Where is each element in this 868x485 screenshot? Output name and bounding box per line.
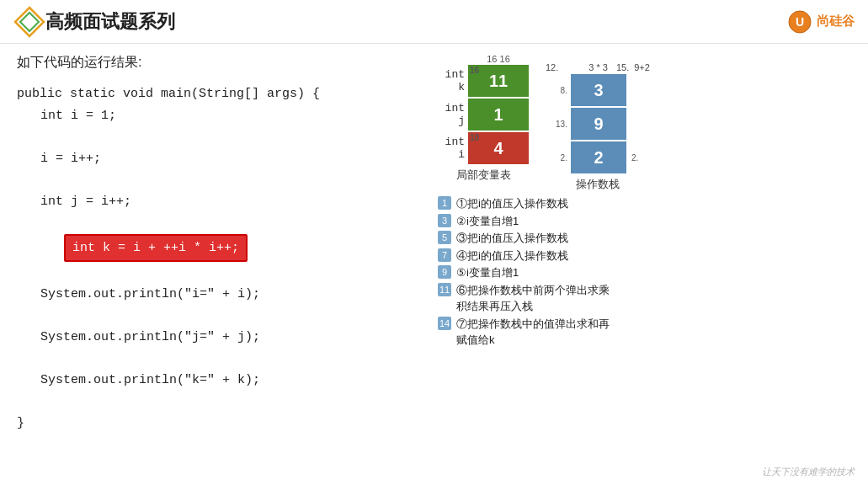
- code-line-blank1: [17, 126, 421, 148]
- code-line-6: System.out.println("i=" + i);: [17, 284, 421, 306]
- step-3: 5 ③把i的值压入操作数栈: [438, 230, 851, 247]
- diamond-logo: [13, 6, 45, 38]
- code-line-8: System.out.println("k=" + k);: [17, 370, 421, 392]
- var-table-wrapper: 16 16 int k 16 11 int j: [438, 54, 529, 183]
- var-idx-k: 16: [470, 66, 479, 75]
- step-num-3: 5: [438, 231, 451, 244]
- var-table-label: 局部变量表: [456, 168, 511, 183]
- stack-top-labels: 12. 3 * 3 15. 9+2: [546, 62, 650, 72]
- code-line-blank2: [17, 169, 421, 191]
- var-row-j: int j 1: [438, 99, 529, 131]
- code-line-9: }: [17, 413, 421, 434]
- var-box-k: 16 11: [468, 65, 529, 97]
- stack-row-2: 2. 2 2.: [549, 141, 647, 173]
- brand-area: U 尚硅谷: [788, 10, 855, 34]
- code-line-7: System.out.println("j=" + j);: [17, 327, 421, 349]
- stack-left-label-2: 2.: [549, 153, 567, 163]
- var-label-j: int j: [438, 102, 465, 127]
- step-2: 3 ②i变量自增1: [438, 213, 851, 230]
- var-label-k: int k: [438, 68, 465, 93]
- var-table: int k 16 11 int j 1: [438, 65, 529, 164]
- stack-right-label-2: 2.: [631, 153, 647, 163]
- step-num-2: 3: [438, 214, 451, 227]
- step-text-5: ⑤i变量自增1: [456, 264, 519, 281]
- var-k-idx: 16 16: [487, 54, 510, 64]
- stack-label-15: 15.: [616, 62, 629, 72]
- step-5: 9 ⑤i变量自增1: [438, 264, 851, 281]
- code-line-5: int k = i + ++i * i++;: [17, 234, 421, 263]
- op-stack: 8. 3 13. 9 2.: [549, 74, 647, 173]
- step-text-7: ⑦把操作数栈中的值弹出求和再赋值给k: [456, 316, 610, 349]
- step-num-4: 7: [438, 248, 451, 262]
- stack-row-3: 8. 3: [549, 74, 647, 106]
- var-value-j: 1: [493, 105, 503, 125]
- code-line-1: public static void main(String[] args) {: [17, 83, 421, 105]
- var-row-i: int i 10 4: [438, 132, 529, 164]
- step-num-1: 1: [438, 196, 451, 210]
- stack-label-3x3: 3 * 3: [588, 62, 608, 72]
- code-line-blank3: [17, 212, 421, 234]
- right-panel: 16 16 int k 16 11 int j: [429, 54, 851, 475]
- brand-icon: U: [788, 10, 812, 34]
- step-text-2: ②i变量自增1: [456, 213, 519, 230]
- stack-value-2: 2: [594, 148, 603, 168]
- code-line-blank5: [17, 305, 421, 327]
- stack-box-9: 9: [571, 108, 626, 140]
- svg-text:U: U: [796, 15, 804, 29]
- var-label-i: int i: [438, 136, 465, 161]
- steps-section: 1 ①把i的值压入操作数栈 3 ②i变量自增1 5 ③把i的值压入操作数栈 7 …: [438, 195, 851, 349]
- stack-row-9: 13. 9: [549, 108, 647, 140]
- step-num-7: 14: [438, 317, 451, 330]
- brand-name: 尚硅谷: [817, 13, 855, 29]
- step-1: 1 ①把i的值压入操作数栈: [438, 195, 851, 212]
- code-line-blank4: [17, 262, 421, 284]
- var-box-j: 1: [468, 99, 529, 131]
- stack-value-9: 9: [594, 115, 603, 134]
- step-num-5: 9: [438, 265, 451, 279]
- stack-box-3: 3: [571, 74, 626, 106]
- stack-label-12: 12.: [546, 62, 558, 72]
- step-6: 11 ⑥把操作数栈中前两个弹出求乘积结果再压入栈: [438, 282, 851, 315]
- code-line-blank6: [17, 348, 421, 370]
- var-row-k: int k 16 11: [438, 65, 529, 97]
- step-7: 14 ⑦把操作数栈中的值弹出求和再赋值给k: [438, 316, 851, 349]
- var-value-i: 4: [493, 139, 503, 158]
- code-line-blank7: [17, 391, 421, 413]
- stack-value-3: 3: [594, 81, 603, 100]
- stack-left-label-3: 8.: [549, 86, 567, 95]
- var-value-k: 11: [489, 72, 508, 91]
- subtitle: 如下代码的运行结果:: [17, 54, 421, 72]
- step-text-4: ④把i的值压入操作数栈: [456, 248, 568, 264]
- code-line-2: int i = 1;: [17, 105, 421, 127]
- left-panel: 如下代码的运行结果: public static void main(Strin…: [17, 54, 429, 475]
- code-block: public static void main(String[] args) {…: [17, 83, 421, 434]
- stack-label-9plus2: 9+2: [634, 62, 650, 72]
- op-stack-wrapper: 12. 3 * 3 15. 9+2 8. 3 13.: [546, 62, 650, 192]
- main-content: 如下代码的运行结果: public static void main(Strin…: [0, 44, 868, 485]
- code-line-3: i = i++;: [17, 148, 421, 170]
- step-text-1: ①把i的值压入操作数栈: [456, 195, 568, 212]
- stack-left-label-9: 13.: [549, 120, 567, 129]
- step-4: 7 ④把i的值压入操作数栈: [438, 248, 851, 264]
- header-title: 高频面试题系列: [45, 9, 788, 35]
- stack-box-2: 2: [571, 141, 626, 173]
- step-num-6: 11: [438, 283, 451, 296]
- highlighted-code: int k = i + ++i * i++;: [64, 234, 248, 263]
- code-line-4: int j = i++;: [17, 191, 421, 213]
- var-box-i: 10 4: [468, 132, 529, 164]
- var-idx-i: 10: [470, 133, 479, 142]
- watermark: 让天下没有难学的技术: [762, 466, 855, 478]
- step-text-6: ⑥把操作数栈中前两个弹出求乘积结果再压入栈: [456, 282, 610, 315]
- step-text-3: ③把i的值压入操作数栈: [456, 230, 568, 247]
- visual-section: 16 16 int k 16 11 int j: [438, 54, 851, 192]
- var-table-annotations: 16 16: [456, 54, 510, 64]
- header: 高频面试题系列 U 尚硅谷: [0, 0, 868, 44]
- op-stack-label: 操作数栈: [576, 177, 620, 192]
